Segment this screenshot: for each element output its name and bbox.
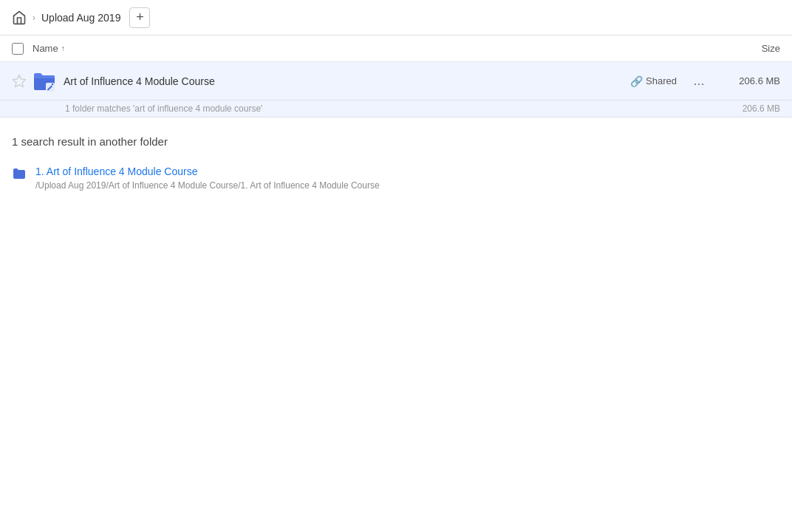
folder-result-path: /Upload Aug 2019/Art of Influence 4 Modu… xyxy=(35,180,380,191)
main-result-row[interactable]: Art of Influence 4 Module Course 🔗 Share… xyxy=(0,62,792,100)
select-all-checkbox[interactable] xyxy=(12,43,24,55)
another-folder-title: 1 search result in another folder xyxy=(12,135,780,148)
shared-label: Shared xyxy=(646,75,677,86)
folder-result-name: 1. Art of Influence 4 Module Course xyxy=(35,166,380,177)
result-folder-name: Art of Influence 4 Module Course xyxy=(64,75,630,87)
sort-arrow-icon: ↑ xyxy=(61,44,65,52)
folder-result-item[interactable]: 1. Art of Influence 4 Module Course /Upl… xyxy=(12,160,780,197)
topbar: › Upload Aug 2019 + xyxy=(0,0,792,35)
another-folder-section: 1 search result in another folder 1. Art… xyxy=(0,117,792,205)
size-column-header: Size xyxy=(762,43,780,54)
shared-badge: 🔗 Shared xyxy=(630,75,677,87)
link-icon: 🔗 xyxy=(630,75,643,87)
star-icon[interactable] xyxy=(12,74,27,89)
sub-size: 206.6 MB xyxy=(742,103,780,114)
folder-result-info: 1. Art of Influence 4 Module Course /Upl… xyxy=(35,166,380,191)
breadcrumb-title: Upload Aug 2019 xyxy=(41,12,120,24)
name-column-header[interactable]: Name ↑ xyxy=(33,43,65,54)
sub-text-row: 1 folder matches 'art of influence 4 mod… xyxy=(0,100,792,117)
small-folder-icon xyxy=(12,166,27,181)
home-icon[interactable] xyxy=(12,10,27,25)
folder-icon xyxy=(33,69,56,93)
match-description: 1 folder matches 'art of influence 4 mod… xyxy=(65,103,742,114)
column-header: Name ↑ Size xyxy=(0,35,792,62)
add-button[interactable]: + xyxy=(129,7,150,28)
more-options-button[interactable]: … xyxy=(689,71,709,92)
result-size: 206.6 MB xyxy=(721,75,780,86)
svg-marker-0 xyxy=(13,75,26,86)
breadcrumb-separator: › xyxy=(33,13,35,23)
